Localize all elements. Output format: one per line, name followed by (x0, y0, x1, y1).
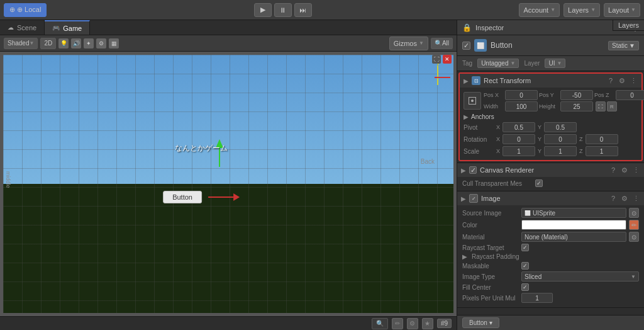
scene-icon[interactable]: ⚙ (96, 38, 106, 48)
rect-fields: Pos X Pos Y Pos Z Width (460, 88, 641, 160)
search-bar-btn[interactable]: 🔍 (372, 318, 388, 329)
material-value[interactable]: None (Material) (521, 232, 626, 242)
pause-button[interactable]: ⏸ (274, 3, 292, 17)
canvas-help-icon[interactable]: ? (609, 166, 618, 174)
tag-dropdown[interactable]: Untagged ▼ (477, 59, 519, 68)
object-active-checkbox[interactable]: ✓ (462, 42, 470, 50)
rot-y-input[interactable] (544, 134, 577, 144)
more-icon[interactable]: ⋮ (629, 76, 638, 85)
image-header[interactable]: ▶ ✓ Image ? ⚙ ⋮ (457, 191, 644, 205)
tool-btn-1[interactable]: ✏ (392, 318, 403, 329)
canvas-renderer-content: Cull Transparent Mes ✓ (457, 177, 644, 191)
static-badge[interactable]: Static ▼ (608, 41, 639, 50)
grid-icon[interactable]: ▦ (109, 38, 119, 48)
scale-label: Scale (464, 148, 494, 155)
chevron-down-icon: ▼ (591, 7, 596, 13)
canvas-settings-icon[interactable]: ⚙ (620, 166, 629, 174)
rot-z-input[interactable] (586, 134, 618, 144)
layer-dropdown[interactable]: UI ▼ (545, 59, 565, 68)
tab-scene[interactable]: ☁ Scene (0, 20, 45, 35)
raycast-target-field: Raycast Target ✓ (462, 244, 639, 251)
rect-transform-icon: ⊡ (472, 76, 480, 85)
maskable-checkbox[interactable]: ✓ (521, 262, 529, 270)
image-more-icon[interactable]: ⋮ (631, 194, 640, 203)
pos-x-label: Pos X (484, 92, 504, 98)
help-icon[interactable]: ? (606, 76, 615, 85)
image-type-dropdown[interactable]: Sliced ▼ (521, 271, 639, 282)
canvas-more-icon[interactable]: ⋮ (631, 166, 640, 174)
anchor-center-dot (471, 100, 474, 102)
settings-icon[interactable]: ⚙ (618, 76, 626, 85)
cull-checkbox[interactable]: ✓ (535, 179, 543, 187)
pixels-input[interactable] (521, 293, 553, 303)
rotation-label: Rotation (464, 136, 494, 143)
pos-x-input[interactable] (505, 90, 538, 100)
play-button[interactable]: ▶ (254, 3, 272, 17)
scale-z-input[interactable] (586, 146, 618, 156)
canvas-renderer-header[interactable]: ▶ ✓ Canvas Renderer ? ⚙ ⋮ (457, 163, 644, 177)
anchors-foldout-icon[interactable]: ▶ (464, 113, 469, 120)
scene-viewport[interactable]: y なんと (0, 52, 457, 316)
account-dropdown[interactable]: Account ▼ (519, 3, 560, 17)
tab-game[interactable]: 🎮 Game (45, 20, 90, 35)
fill-center-checkbox[interactable]: ✓ (521, 283, 529, 291)
shaded-btn[interactable]: Shaded ▼ (4, 38, 38, 49)
scale-x-input[interactable] (502, 146, 535, 156)
layout-dropdown[interactable]: Layout ▼ (604, 3, 640, 17)
pivot-x-label: X (496, 124, 500, 130)
rect-transform-highlight: ▶ ⊡ Rect Transform ? ⚙ ⋮ (458, 72, 643, 161)
fx-icon[interactable]: ✦ (84, 38, 94, 48)
left-panel: ☁ Scene 🎮 Game Shaded ▼ 2D 💡 🔊 ✦ ⚙ ▦ (0, 20, 457, 330)
pivot-row: Pivot X Y (464, 122, 638, 132)
game-tab-icon: 🎮 (52, 25, 60, 31)
color-swatch[interactable] (521, 220, 626, 230)
width-input[interactable] (505, 101, 538, 111)
canvas-active-checkbox[interactable]: ✓ (469, 166, 477, 174)
image-help-icon[interactable]: ? (609, 194, 618, 203)
image-content: Source Image ⬜ UISprite ⊙ Color ✏ (457, 205, 644, 307)
y-axis-line (437, 66, 438, 85)
pos-z-label: Pos Z (594, 92, 614, 98)
2d-btn[interactable]: 2D (40, 38, 56, 49)
maximize-btn[interactable]: ⛶ (432, 55, 441, 64)
transform-local-btn[interactable]: ⊕ ⊕ Local (4, 3, 47, 17)
raycast-target-checkbox[interactable]: ✓ (521, 244, 529, 251)
pos-y-input[interactable] (560, 90, 593, 100)
tool-btn-3[interactable]: ★ (422, 318, 433, 329)
pivot-x-input[interactable] (502, 122, 535, 132)
close-viewport-btn[interactable]: ✕ (443, 55, 452, 64)
r-btn[interactable]: R (607, 101, 617, 111)
tool-btn-2[interactable]: ⚙ (407, 318, 418, 329)
image-settings-icon[interactable]: ⚙ (620, 194, 629, 203)
object-name[interactable]: Button (491, 41, 513, 50)
scale-y-input[interactable] (544, 146, 577, 156)
lighting-icon[interactable]: 💡 (58, 38, 69, 48)
all-filter-btn[interactable]: 🔍 All (431, 38, 453, 49)
back-label: Back (421, 158, 435, 165)
canvas-renderer-section: ▶ ✓ Canvas Renderer ? ⚙ ⋮ Cull Transpare… (457, 163, 644, 191)
material-select-btn[interactable]: ⊙ (629, 232, 639, 242)
audio-icon[interactable]: 🔊 (71, 38, 81, 48)
gizmos-dropdown[interactable]: Gizmos ▼ (389, 37, 428, 50)
rect-transform-title: Rect Transform (484, 77, 531, 84)
anchor-preset-widget[interactable] (464, 92, 481, 110)
image-type-field: Image Type Sliced ▼ (462, 271, 639, 282)
step-button[interactable]: ⏭ (294, 3, 312, 17)
height-input[interactable] (560, 101, 593, 111)
add-component-button[interactable]: Button ▾ (462, 317, 499, 328)
rot-x-input[interactable] (502, 134, 535, 144)
image-actions: ? ⚙ ⋮ (609, 194, 640, 203)
rect-transform-section: ▶ ⊡ Rect Transform ? ⚙ ⋮ (457, 72, 644, 163)
color-picker-btn[interactable]: ✏ (629, 220, 639, 230)
rect-transform-header[interactable]: ▶ ⊡ Rect Transform ? ⚙ ⋮ (460, 74, 641, 88)
layers-dropdown[interactable]: Layers ▼ (564, 3, 600, 17)
source-image-value[interactable]: ⬜ UISprite (521, 208, 626, 218)
constrain-btn[interactable]: ⛶ (596, 101, 606, 111)
image-active-checkbox[interactable]: ✓ (469, 194, 478, 203)
source-image-select-btn[interactable]: ⊙ (629, 208, 639, 218)
pivot-y-input[interactable] (544, 122, 577, 132)
raycast-padding-foldout[interactable]: ▶ (462, 253, 467, 260)
scene-inner: y なんと (3, 55, 453, 313)
pos-z-input[interactable] (616, 90, 644, 100)
layers-tab[interactable]: Layers (613, 20, 644, 31)
